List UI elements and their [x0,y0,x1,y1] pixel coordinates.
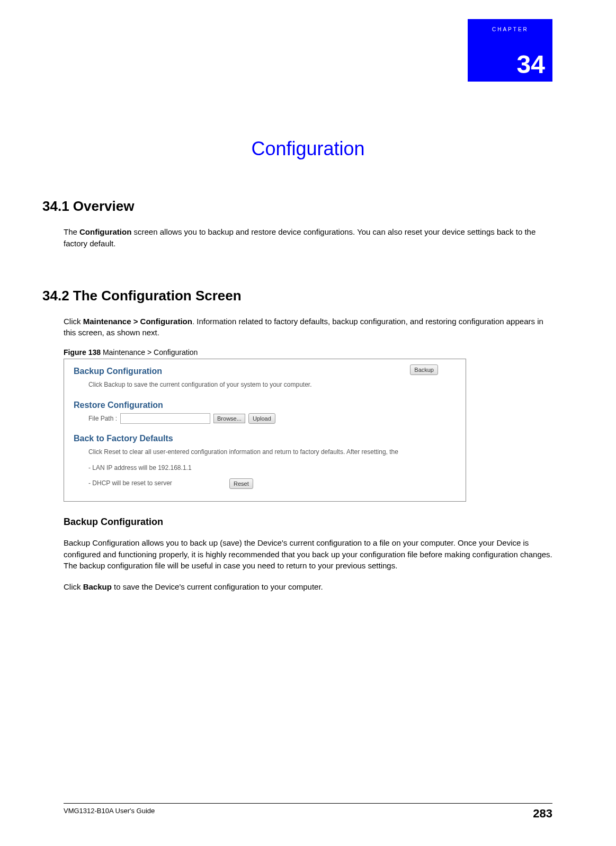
section-overview-heading: 34.1 Overview [42,198,552,215]
figure-title: Maintenance > Configuration [101,348,198,357]
chapter-title: Configuration [64,138,552,160]
chapter-label: CHAPTER [492,26,529,32]
backup-button[interactable]: Backup [410,364,438,375]
backup-config-subheading: Backup Configuration [64,516,552,528]
text: to save the Device's current configurati… [112,582,323,591]
figure-backup-section: Backup Configuration Click Backup to sav… [74,367,466,391]
figure-factory-line3: - DHCP will be reset to server [88,478,226,489]
figure-backup-text: Click Backup to save the current configu… [88,379,466,391]
figure-factory-heading: Back to Factory Defaults [74,434,466,443]
text: screen allows you to backup and restore … [64,227,535,248]
figure-factory-line1: Click Reset to clear all user-entered co… [88,447,466,458]
text-bold: Backup [83,582,112,591]
figure-restore-section: Restore Configuration File Path : Browse… [74,400,466,425]
browse-button[interactable]: Browse... [213,414,245,423]
reset-button[interactable]: Reset [229,478,253,489]
figure-number: Figure 138 [64,348,101,357]
footer-guide-name: VMG1312-B10A User's Guide [64,807,155,821]
page-footer: VMG1312-B10A User's Guide 283 [64,803,552,821]
file-path-input[interactable] [120,413,210,424]
overview-paragraph: The Configuration screen allows you to b… [64,226,552,250]
upload-button[interactable]: Upload [248,413,275,424]
chapter-number-box: CHAPTER 34 [468,19,552,82]
figure-factory-line3-row: - DHCP will be reset to server Reset [88,478,466,489]
backup-config-para1: Backup Configuration allows you to back … [64,537,552,572]
text: Click [64,582,83,591]
file-path-label: File Path : [88,413,117,425]
figure-factory-section: Back to Factory Defaults Click Reset to … [74,434,466,489]
text-bold: Configuration [79,227,131,236]
figure-restore-heading: Restore Configuration [74,400,466,410]
backup-config-para2: Click Backup to save the Device's curren… [64,581,552,593]
text: The [64,227,79,236]
figure-screenshot: Backup Configuration Click Backup to sav… [64,359,466,502]
figure-backup-heading: Backup Configuration [74,367,466,376]
figure-restore-row: File Path : Browse... Upload [88,413,466,425]
figure-factory-line2: - LAN IP address will be 192.168.1.1 [88,462,466,474]
figure-caption: Figure 138 Maintenance > Configuration [64,348,552,357]
page-number: 283 [533,807,552,821]
text-bold: Maintenance > Configuration [83,317,192,326]
config-screen-paragraph: Click Maintenance > Configuration. Infor… [64,316,552,339]
chapter-number: 34 [517,52,545,77]
section-config-screen-heading: 34.2 The Configuration Screen [42,288,552,304]
text: Click [64,317,83,326]
